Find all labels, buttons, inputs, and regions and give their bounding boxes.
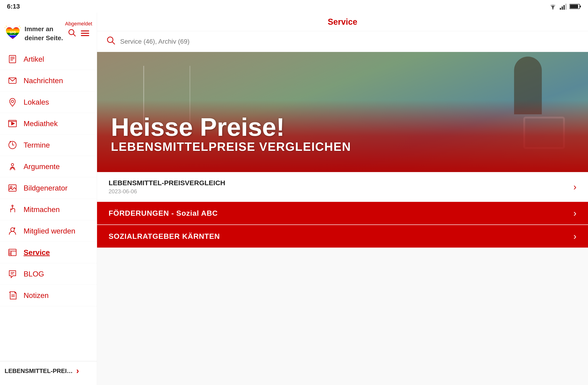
sidebar-item-label-blog: BLOG [23, 270, 44, 278]
red-card-foerderungen[interactable]: FÖRDERUNGEN - Sozial ABC › [97, 202, 588, 225]
sidebar-item-label-artikel: Artikel [23, 55, 44, 63]
notizen-icon [7, 290, 18, 301]
svg-line-16 [5, 27, 5, 28]
red-card-sozialratgeber-title: SOZIALRATGEBER KÄRNTEN [109, 232, 220, 241]
sidebar-item-artikel[interactable]: Artikel [0, 48, 97, 70]
abgemeldet-label: Abgemeldet [65, 21, 92, 27]
sidebar-item-mitglied[interactable]: Mitglied werden [0, 220, 97, 242]
sidebar-item-label-nachrichten: Nachrichten [23, 77, 63, 85]
nachrichten-icon [7, 75, 18, 86]
sidebar-item-label-lokales: Lokales [23, 98, 49, 106]
svg-text:Kärnten: Kärnten [10, 34, 16, 36]
termine-icon [7, 140, 18, 151]
svg-rect-44 [9, 249, 16, 256]
battery-icon [569, 3, 581, 9]
featured-item-info: LEBENSMITTEL-PREISVERGLEICH 2023-06-06 [109, 179, 225, 195]
sidebar-item-argumente[interactable]: Argumente [0, 156, 97, 177]
content-area: Heisse Preise! LEBENSMITTELPREISE VERGLE… [97, 52, 588, 385]
svg-point-0 [552, 8, 554, 9]
argumente-icon [7, 161, 18, 172]
svg-text:SPÖ: SPÖ [10, 31, 16, 34]
mitmachen-icon [7, 204, 18, 215]
sidebar-item-blog[interactable]: BLOG [0, 263, 97, 285]
sidebar-item-label-termine: Termine [23, 141, 50, 149]
sidebar-item-termine[interactable]: Termine [0, 134, 97, 156]
svg-rect-3 [564, 5, 565, 10]
hero-subtitle: LEBENSMITTELPREISE VERGLEICHEN [111, 140, 351, 154]
featured-item-card[interactable]: LEBENSMITTEL-PREISVERGLEICH 2023-06-06 › [97, 172, 588, 202]
search-icon [68, 29, 76, 37]
sidebar-item-label-notizen: Notizen [23, 291, 49, 300]
search-bar [97, 31, 588, 52]
sidebar-item-mitmachen[interactable]: Mitmachen [0, 199, 97, 220]
sidebar-top-area: SPÖ Kärnten Immer an deiner Seite. Abgem… [0, 17, 97, 48]
hero-title: Heisse Preise! [111, 114, 351, 140]
mediathek-icon [7, 118, 18, 129]
search-icon-wrap [106, 36, 116, 47]
sidebar-icon-group [68, 29, 89, 39]
svg-point-53 [107, 37, 113, 42]
featured-item-title: LEBENSMITTEL-PREISVERGLEICH [109, 179, 225, 187]
status-bar: 6:13 [0, 0, 588, 13]
search-button[interactable] [68, 29, 76, 39]
svg-point-40 [12, 205, 13, 206]
red-card-sozialratgeber[interactable]: SOZIALRATGEBER KÄRNTEN › [97, 225, 588, 248]
sidebar-actions: Abgemeldet [65, 21, 92, 39]
sidebar-item-nachrichten[interactable]: Nachrichten [0, 70, 97, 91]
svg-point-41 [11, 228, 14, 231]
sidebar-item-label-mitglied: Mitglied werden [23, 227, 75, 235]
red-card-foerderungen-title: FÖRDERUNGEN - Sozial ABC [109, 209, 218, 218]
mitglied-icon [7, 225, 18, 237]
svg-rect-6 [580, 5, 581, 7]
sidebar-item-service[interactable]: Service [0, 242, 97, 263]
svg-rect-2 [562, 6, 563, 10]
blog-icon [7, 268, 18, 280]
sidebar-item-label-mediathek: Mediathek [23, 120, 58, 128]
ticker-text: LEBENSMITTEL-PREISVERG [5, 367, 74, 375]
red-card-sozialratgeber-chevron: › [573, 231, 576, 242]
signal-icon [560, 3, 567, 10]
svg-line-19 [20, 27, 21, 28]
spoe-logo: SPÖ Kärnten Immer an deiner Seite. [5, 21, 65, 46]
featured-item-chevron: › [573, 182, 576, 192]
svg-marker-32 [12, 122, 14, 125]
sidebar-tagline: Immer an deiner Seite. [24, 24, 65, 42]
sidebar-nav: Artikel Nachrichten Lo [0, 48, 97, 306]
lokales-icon [7, 97, 18, 108]
status-time: 6:13 [7, 3, 20, 10]
svg-line-18 [19, 26, 20, 27]
sidebar-item-label-bildgenerator: Bildgenerator [23, 184, 67, 192]
sidebar-item-mediathek[interactable]: Mediathek [0, 113, 97, 134]
page-header: Service [97, 13, 588, 31]
search-input[interactable] [120, 38, 579, 45]
svg-rect-4 [565, 4, 567, 10]
search-bar-icon [106, 36, 116, 45]
hero-text: Heisse Preise! LEBENSMITTELPREISE VERGLE… [111, 114, 351, 154]
service-icon [7, 247, 18, 258]
spoe-heart-icon: SPÖ Kärnten [5, 21, 21, 46]
svg-point-39 [10, 186, 12, 188]
featured-item-date: 2023-06-06 [109, 188, 225, 195]
svg-point-35 [11, 163, 14, 166]
svg-rect-25 [9, 55, 16, 63]
hero-card[interactable]: Heisse Preise! LEBENSMITTELPREISE VERGLE… [97, 52, 588, 172]
ticker-arrow: › [76, 366, 79, 376]
right-panel: Service [97, 13, 588, 385]
sidebar-item-label-mitmachen: Mitmachen [23, 205, 60, 214]
status-icons [549, 3, 581, 10]
hamburger-icon [81, 30, 89, 37]
svg-point-20 [69, 30, 74, 35]
menu-button[interactable] [81, 29, 89, 39]
wifi-icon [549, 3, 557, 10]
sidebar-item-lokales[interactable]: Lokales [0, 91, 97, 113]
svg-rect-1 [560, 8, 561, 10]
page-title: Service [328, 17, 357, 27]
svg-line-54 [112, 42, 115, 44]
sidebar-item-notizen[interactable]: Notizen [0, 285, 97, 306]
sidebar-item-label-service: Service [23, 248, 50, 257]
svg-rect-13 [5, 37, 21, 41]
red-card-foerderungen-chevron: › [573, 208, 576, 219]
sidebar: SPÖ Kärnten Immer an deiner Seite. Abgem… [0, 13, 97, 385]
svg-rect-7 [570, 5, 578, 8]
sidebar-item-bildgenerator[interactable]: Bildgenerator [0, 177, 97, 199]
